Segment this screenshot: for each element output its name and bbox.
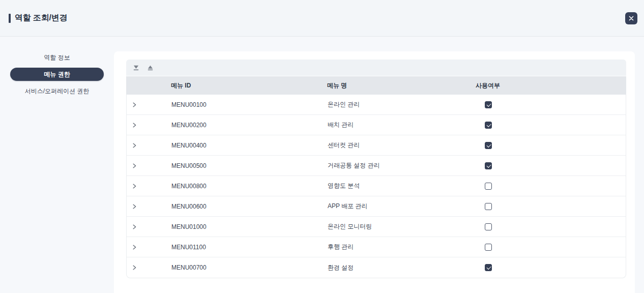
cell-menu-name: 센터컷 관리 — [300, 141, 457, 150]
sidebar: 역할 정보 메뉴 권한 서비스/오퍼레이션 권한 — [10, 51, 104, 98]
usage-checkbox[interactable] — [485, 244, 492, 251]
cell-menu-name: 환경 설정 — [300, 263, 457, 272]
cell-menu-name: APP 배포 관리 — [300, 202, 457, 211]
table-row[interactable]: MENU00200 배치 관리 — [127, 115, 626, 135]
row-expand-button[interactable] — [130, 202, 138, 211]
row-expand-button[interactable] — [130, 182, 138, 190]
table-row[interactable]: MENU00800 영향도 분석 — [127, 176, 626, 196]
cell-menu-id: MENU01000 — [147, 223, 300, 230]
chevron-right-icon — [131, 203, 137, 210]
table-header-row: 메뉴 ID 메뉴 명 사용여부 — [126, 76, 626, 95]
usage-checkbox[interactable] — [485, 203, 492, 210]
row-expand-button[interactable] — [130, 162, 138, 170]
sidebar-item-role-info[interactable]: 역할 정보 — [10, 51, 104, 64]
table-body: MENU00100 온라인 관리 MENU00200 배치 관리 — [126, 95, 626, 278]
close-icon — [628, 15, 634, 21]
cell-menu-id: MENU00600 — [147, 203, 300, 210]
cell-menu-id: MENU00400 — [147, 142, 300, 149]
table-row[interactable]: MENU00100 온라인 관리 — [127, 95, 626, 115]
sidebar-item-service-operation-permission[interactable]: 서비스/오퍼레이션 권한 — [10, 84, 104, 98]
row-expand-button[interactable] — [130, 141, 138, 150]
content-panel: 메뉴 ID 메뉴 명 사용여부 MENU00100 온라인 관리 — [114, 51, 635, 293]
chevron-right-icon — [131, 142, 137, 149]
cell-menu-name: 영향도 분석 — [300, 182, 457, 190]
cell-menu-id: MENU00700 — [147, 264, 300, 271]
table-row[interactable]: MENU01100 후행 관리 — [127, 237, 626, 257]
table-row[interactable]: MENU00500 거래공통 설정 관리 — [127, 156, 626, 176]
cell-menu-name: 온라인 관리 — [300, 100, 457, 109]
row-expand-button[interactable] — [130, 223, 138, 231]
cell-menu-name: 후행 관리 — [300, 243, 457, 251]
row-expand-button[interactable] — [130, 263, 138, 272]
column-header-usage: 사용여부 — [457, 81, 519, 90]
menu-permissions-table: 메뉴 ID 메뉴 명 사용여부 MENU00100 온라인 관리 — [126, 76, 626, 278]
page-header: 역할 조회/변경 — [0, 0, 644, 37]
usage-checkbox[interactable] — [485, 122, 492, 129]
column-header-menu-id: 메뉴 ID — [147, 81, 299, 90]
row-expand-button[interactable] — [130, 243, 138, 251]
collapse-all-button[interactable] — [145, 63, 155, 72]
expand-all-button[interactable] — [131, 63, 140, 72]
usage-checkbox[interactable] — [485, 223, 492, 230]
cell-menu-id: MENU00100 — [147, 101, 300, 108]
chevron-right-icon — [131, 183, 137, 189]
chevron-right-icon — [131, 102, 137, 108]
cell-menu-id: MENU01100 — [147, 244, 300, 251]
chevron-right-icon — [131, 163, 137, 169]
collapse-all-icon — [147, 65, 154, 71]
page-title-group: 역할 조회/변경 — [9, 13, 67, 23]
cell-menu-name: 온라인 모니터링 — [300, 222, 457, 231]
page-title: 역할 조회/변경 — [15, 13, 67, 23]
tree-grid-toolbar — [126, 60, 626, 76]
title-accent-bar — [9, 14, 11, 23]
cell-menu-id: MENU00800 — [147, 183, 300, 190]
row-expand-button[interactable] — [130, 101, 138, 109]
usage-checkbox[interactable] — [485, 101, 492, 108]
chevron-right-icon — [131, 265, 137, 271]
chevron-right-icon — [131, 122, 137, 128]
cell-menu-id: MENU00500 — [147, 162, 300, 169]
table-row[interactable]: MENU00600 APP 배포 관리 — [127, 196, 626, 217]
cell-menu-id: MENU00200 — [147, 122, 300, 129]
table-row[interactable]: MENU01000 온라인 모니터링 — [127, 217, 626, 237]
usage-checkbox[interactable] — [485, 162, 492, 169]
usage-checkbox[interactable] — [485, 183, 492, 190]
row-expand-button[interactable] — [130, 121, 138, 129]
cell-menu-name: 거래공통 설정 관리 — [300, 161, 457, 170]
chevron-right-icon — [131, 224, 137, 230]
usage-checkbox[interactable] — [485, 142, 492, 149]
column-header-menu-name: 메뉴 명 — [299, 81, 457, 90]
table-row[interactable]: MENU00400 센터컷 관리 — [127, 135, 626, 156]
usage-checkbox[interactable] — [485, 264, 492, 271]
chevron-right-icon — [131, 244, 137, 250]
cell-menu-name: 배치 관리 — [300, 121, 457, 129]
close-button[interactable] — [625, 12, 637, 24]
expand-all-icon — [133, 65, 139, 71]
sidebar-item-menu-permission[interactable]: 메뉴 권한 — [10, 68, 104, 81]
table-row[interactable]: MENU00700 환경 설정 — [127, 257, 626, 278]
